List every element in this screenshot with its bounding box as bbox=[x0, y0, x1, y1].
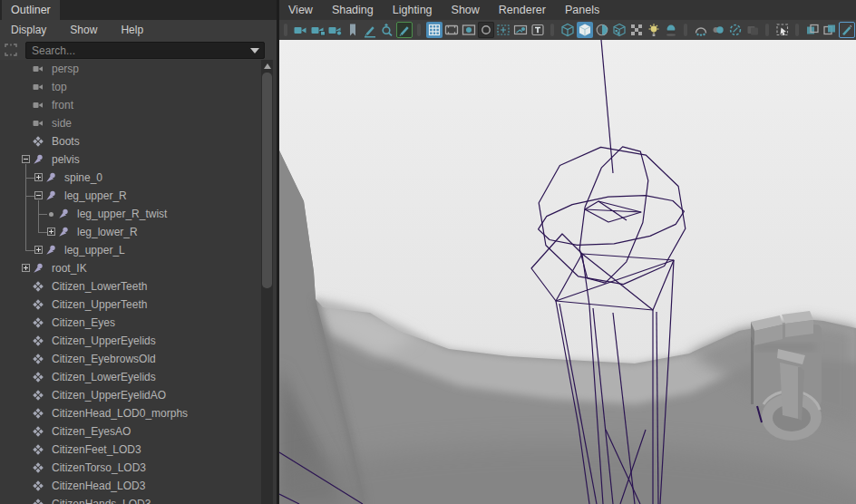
mesh-node-icon bbox=[33, 335, 44, 346]
scrollbar-up-icon[interactable] bbox=[264, 63, 271, 69]
tree-guide-line bbox=[38, 223, 39, 232]
outliner-row-side[interactable]: side bbox=[0, 114, 259, 132]
depth-of-field-icon[interactable] bbox=[744, 22, 761, 38]
outliner-row-front[interactable]: front bbox=[0, 96, 259, 114]
outliner-row-leg_lower_R[interactable]: leg_lower_R bbox=[0, 223, 259, 241]
outliner-row-CitizenHands_LOD3[interactable]: CitizenHands_LOD3 bbox=[0, 495, 259, 504]
default-material-icon[interactable] bbox=[628, 22, 645, 38]
outliner-row-Boots[interactable]: Boots bbox=[0, 132, 259, 150]
motion-blur-icon[interactable] bbox=[710, 22, 726, 38]
viewport-canvas[interactable] bbox=[279, 40, 856, 504]
viewport-menu-item[interactable]: Shading bbox=[332, 4, 374, 16]
grid-icon[interactable] bbox=[426, 22, 443, 38]
outliner-tab[interactable]: Outliner bbox=[2, 0, 60, 20]
outliner-row-Citizen_LowerTeeth[interactable]: Citizen_LowerTeeth bbox=[0, 277, 259, 296]
viewport-menu-item[interactable]: Lighting bbox=[393, 4, 433, 16]
outliner-row-Citizen_Eyes[interactable]: Citizen_Eyes bbox=[0, 314, 259, 332]
pan-zoom-icon[interactable] bbox=[379, 22, 395, 38]
expander-minus-icon[interactable] bbox=[34, 191, 43, 199]
outliner-row-leg_upper_R[interactable]: leg_upper_R bbox=[0, 187, 259, 205]
expander-plus-icon[interactable] bbox=[34, 173, 43, 181]
tree-guide-line bbox=[25, 178, 34, 179]
viewport-menu-item[interactable]: View bbox=[288, 4, 313, 16]
anti-aliasing-icon[interactable] bbox=[727, 22, 744, 38]
search-input[interactable] bbox=[30, 43, 242, 58]
outliner-row-Citizen_UpperEyelidAO[interactable]: Citizen_UpperEyelidAO bbox=[0, 386, 259, 404]
expander-minus-icon[interactable] bbox=[22, 155, 30, 163]
field-chart-icon[interactable] bbox=[495, 22, 511, 38]
search-filter-dropdown-icon[interactable] bbox=[250, 48, 259, 53]
expander-plus-icon[interactable] bbox=[22, 264, 30, 272]
viewport-menu-item[interactable]: Renderer bbox=[499, 4, 546, 16]
toolbar-separator bbox=[684, 24, 687, 36]
outliner-row-CitizenHead_LOD0_morphs[interactable]: CitizenHead_LOD0_morphs bbox=[0, 404, 259, 422]
shadows-icon[interactable] bbox=[663, 22, 679, 38]
outliner-row-leg_upper_R_twist[interactable]: leg_upper_R_twist bbox=[0, 205, 259, 223]
textured-icon[interactable] bbox=[611, 22, 627, 38]
hud-icon[interactable] bbox=[512, 22, 529, 38]
bookmark-icon[interactable] bbox=[345, 22, 361, 38]
mesh-node-icon bbox=[33, 317, 44, 328]
scrollbar-thumb[interactable] bbox=[262, 73, 272, 288]
node-label: Citizen_UpperEyelidAO bbox=[52, 389, 166, 402]
viewport-menu-item[interactable]: Show bbox=[452, 4, 480, 16]
outliner-menu-item[interactable]: Show bbox=[70, 24, 97, 36]
isolate-select-icon[interactable] bbox=[774, 22, 791, 38]
outliner-row-top[interactable]: top bbox=[0, 78, 259, 96]
viewport-toolbar bbox=[279, 20, 856, 40]
mesh-node-icon bbox=[33, 299, 44, 310]
outliner-row-CitizenFeet_LOD3[interactable]: CitizenFeet_LOD3 bbox=[0, 441, 259, 459]
shaded-icon[interactable] bbox=[577, 22, 593, 38]
node-label: CitizenHead_LOD0_morphs bbox=[52, 407, 188, 420]
expander-plus-icon[interactable] bbox=[47, 228, 55, 236]
mesh-node-icon bbox=[33, 354, 44, 364]
viewport-menu-item[interactable]: Panels bbox=[565, 4, 599, 16]
xray-joints-icon[interactable] bbox=[822, 22, 838, 38]
outliner-row-CitizenHead_LOD3[interactable]: CitizenHead_LOD3 bbox=[0, 477, 259, 495]
mesh-node-icon bbox=[33, 499, 44, 504]
outliner-menu-item[interactable]: Display bbox=[11, 24, 46, 36]
outliner-row-persp[interactable]: persp bbox=[0, 60, 259, 78]
image-plane-icon[interactable] bbox=[362, 22, 378, 38]
node-label: side bbox=[52, 117, 72, 130]
gate-mask-icon[interactable] bbox=[478, 22, 494, 38]
node-label: Citizen_UpperTeeth bbox=[52, 298, 147, 311]
outliner-row-leg_upper_L[interactable]: leg_upper_L bbox=[0, 241, 259, 259]
camera-settings-icon[interactable] bbox=[327, 22, 344, 38]
grease-pencil-icon[interactable] bbox=[396, 22, 413, 38]
joint-node-icon bbox=[33, 263, 44, 274]
scene-3d bbox=[279, 40, 856, 504]
node-label: Citizen_UpperEyelids bbox=[52, 334, 156, 347]
outliner-row-spine_0[interactable]: spine_0 bbox=[0, 169, 259, 187]
node-label: top bbox=[52, 81, 67, 93]
outliner-row-Citizen_LowerEyelids[interactable]: Citizen_LowerEyelids bbox=[0, 368, 259, 386]
node-label: CitizenHead_LOD3 bbox=[52, 480, 145, 492]
mesh-node-icon bbox=[33, 462, 44, 473]
selection-marquee-icon[interactable] bbox=[4, 43, 18, 57]
outliner-row-Citizen_UpperTeeth[interactable]: Citizen_UpperTeeth bbox=[0, 296, 259, 314]
expander-plus-icon[interactable] bbox=[34, 246, 43, 254]
resolution-gate-icon[interactable] bbox=[461, 22, 477, 38]
node-label: pelvis bbox=[52, 153, 80, 166]
search-field bbox=[25, 42, 265, 59]
outliner-row-pelvis[interactable]: pelvis bbox=[0, 150, 259, 169]
outliner-row-Citizen_UpperEyelids[interactable]: Citizen_UpperEyelids bbox=[0, 332, 259, 350]
toolbar-separator bbox=[765, 24, 769, 36]
xray-icon[interactable] bbox=[804, 22, 821, 38]
camera-icon[interactable] bbox=[293, 22, 309, 38]
ssao-icon[interactable] bbox=[693, 22, 709, 38]
outliner-row-Citizen_EyesAO[interactable]: Citizen_EyesAO bbox=[0, 422, 259, 441]
wireframe-icon[interactable] bbox=[559, 22, 576, 38]
object-details-icon[interactable] bbox=[530, 22, 546, 38]
toolbar-separator bbox=[795, 24, 799, 36]
xray-active-icon[interactable] bbox=[839, 22, 855, 38]
outliner-menu-item[interactable]: Help bbox=[121, 24, 143, 36]
outliner-row-Citizen_EyebrowsOld[interactable]: Citizen_EyebrowsOld bbox=[0, 350, 259, 368]
camera-lock-icon[interactable] bbox=[310, 22, 326, 38]
lighting-icon[interactable] bbox=[646, 22, 662, 38]
outliner-row-CitizenTorso_LOD3[interactable]: CitizenTorso_LOD3 bbox=[0, 459, 259, 477]
film-gate-icon[interactable] bbox=[443, 22, 460, 38]
camera-node-icon bbox=[33, 100, 44, 111]
outliner-row-root_IK[interactable]: root_IK bbox=[0, 259, 259, 277]
wireframe-on-shaded-icon[interactable] bbox=[594, 22, 610, 38]
